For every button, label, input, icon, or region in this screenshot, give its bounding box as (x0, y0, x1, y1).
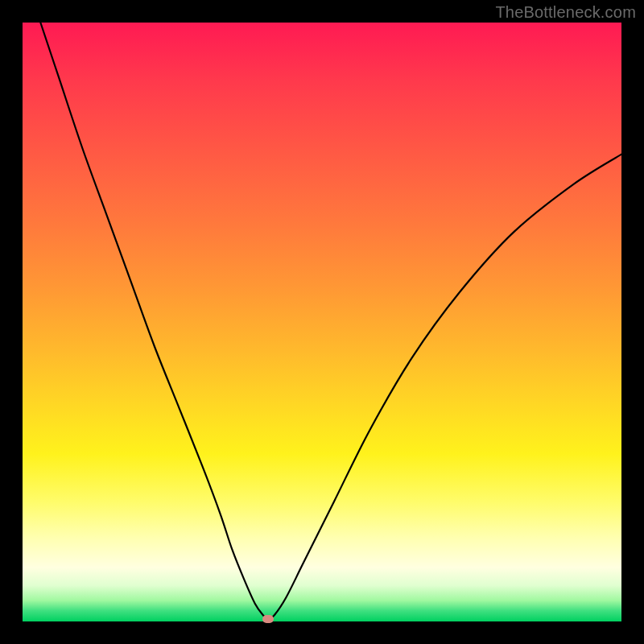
optimum-marker (262, 615, 274, 623)
plot-area (23, 23, 621, 621)
chart-frame: TheBottleneck.com (0, 0, 644, 644)
bottleneck-curve (23, 23, 621, 621)
watermark-text: TheBottleneck.com (495, 3, 636, 22)
